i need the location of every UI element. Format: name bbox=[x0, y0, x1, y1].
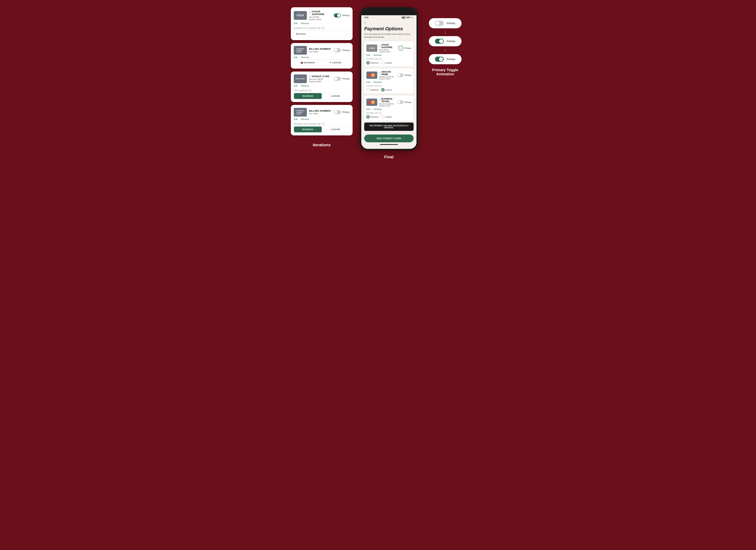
phone-home-indicator bbox=[380, 144, 398, 145]
leisure-radio-label-2: Leisure bbox=[385, 89, 392, 91]
card-thumbnail-visa: VISA bbox=[294, 11, 307, 20]
business-radio-circle-1 bbox=[366, 61, 370, 64]
business-radio-circle-2 bbox=[366, 88, 370, 91]
primary-toggle-p3[interactable] bbox=[397, 100, 403, 104]
phone-card-detail-2a: Mastercard (5678) bbox=[379, 76, 395, 78]
time-display: 9:41 bbox=[365, 16, 369, 19]
anim-primary-text-2: Primary bbox=[447, 40, 455, 43]
anim-step-2: Primary bbox=[429, 36, 462, 46]
phone-primary-row-3: Primary bbox=[397, 100, 411, 104]
card-detail-1a: Visa (5678) bbox=[309, 16, 332, 18]
anim-toggle-on[interactable] bbox=[435, 39, 444, 44]
edit-link-3[interactable]: Edit bbox=[294, 85, 298, 87]
select-field-1[interactable]: Business bbox=[294, 30, 350, 37]
leisure-radio-1[interactable]: Leisure bbox=[381, 61, 392, 64]
leisure-btn-3[interactable]: LEISURE bbox=[322, 93, 349, 99]
edit-remove-row-3: Edit | Remove bbox=[294, 85, 350, 87]
phone-edit-remove-1: Edit | Remove bbox=[366, 54, 411, 56]
discover-logo: DISCOVER bbox=[296, 78, 305, 80]
anim-arrow-1: ↓ bbox=[444, 28, 446, 36]
remove-link-3[interactable]: Remove bbox=[301, 85, 309, 87]
card-info-1: ✎ CHASE SAPPHIRE Visa (5678) Expires 04/… bbox=[309, 10, 332, 21]
business-radio-2[interactable]: Business bbox=[366, 88, 379, 91]
pencil-icon-p2: ✎ bbox=[379, 72, 381, 74]
card-thumbnail-discover: DISCOVER bbox=[294, 74, 307, 83]
iteration-card-4: BILLING NUMBER (•••• 3456) Primary Edit … bbox=[291, 105, 353, 135]
phone-remove-link-3[interactable]: Remove bbox=[374, 108, 382, 111]
iteration-card-1: VISA ✎ CHASE SAPPHIRE Visa (5678) Expire… bbox=[291, 7, 353, 40]
field-label-1: BUSINESS OR LEISURE USE* i bbox=[294, 27, 350, 29]
phone-card-detail-1b: Expires 04/24 bbox=[379, 51, 397, 53]
edit-link-2[interactable]: Edit bbox=[294, 56, 298, 59]
business-radio-label-2: Business bbox=[371, 89, 379, 91]
edit-link-1[interactable]: Edit bbox=[294, 22, 298, 25]
remove-link-4[interactable]: Remove bbox=[301, 118, 309, 121]
phone-card-info-1: ✎ CHASE SAPPHIRE Visa (5678) Expires 04/… bbox=[379, 44, 397, 53]
remove-link-1[interactable]: Remove bbox=[301, 22, 309, 25]
phone-card-detail-3b: Expires 07/28 bbox=[379, 105, 395, 107]
anim-primary-text-1: Primary bbox=[447, 22, 455, 25]
leisure-radio-3[interactable]: Leisure bbox=[381, 115, 392, 119]
leisure-btn-4[interactable]: LEISURE bbox=[322, 127, 349, 132]
phone-edit-link-1[interactable]: Edit bbox=[366, 54, 370, 56]
primary-toggle-p2[interactable] bbox=[397, 73, 403, 77]
business-btn-3[interactable]: BUSINESS bbox=[294, 93, 322, 99]
primary-toggle-2[interactable] bbox=[334, 48, 341, 52]
edit-link-4[interactable]: Edit bbox=[294, 118, 298, 121]
back-button[interactable]: ‹ bbox=[364, 19, 414, 26]
phone-card-header-2: ✎ AMAZON PRIME Mastercard (5678) Expires… bbox=[366, 71, 411, 80]
leisure-radio-circle-3 bbox=[381, 115, 385, 119]
status-bar: 9:41 ▌▌▌ WiFi 🔋 bbox=[361, 15, 416, 19]
card-name-1: CHASE SAPPHIRE bbox=[312, 10, 332, 16]
business-btn-2[interactable]: 💼 BUSINESS bbox=[294, 60, 322, 66]
info-icon-p3: i bbox=[379, 112, 382, 114]
toggle-buttons-row-4: BUSINESS LEISURE bbox=[294, 126, 350, 133]
card-thumbnail-generic-4 bbox=[294, 108, 307, 117]
card-line bbox=[296, 50, 302, 51]
business-radio-1[interactable]: Business bbox=[366, 61, 379, 64]
primary-toggle-1[interactable] bbox=[334, 13, 341, 17]
anim-toggle-off[interactable] bbox=[435, 21, 444, 26]
pipe-2: | bbox=[299, 56, 300, 59]
anim-check-circle: ✓ bbox=[439, 57, 443, 61]
primary-label-4: Primary bbox=[342, 111, 350, 113]
leisure-btn-2[interactable]: ✈ LEISURE bbox=[322, 60, 349, 66]
select-row-1: Business ⌄ bbox=[294, 30, 350, 37]
phone-content: ‹ Payment Options You can have up to 8 c… bbox=[361, 19, 416, 149]
leisure-radio-2[interactable]: Leisure bbox=[381, 88, 392, 91]
phone-card-name-2: AMAZON PRIME bbox=[381, 71, 395, 76]
primary-toggle-row-2: Primary bbox=[334, 48, 350, 52]
leisure-radio-label-3: Leisure bbox=[385, 116, 392, 118]
field-label-3: TRIP PURPOSE i bbox=[294, 89, 350, 92]
card-name-4: BILLING NUMBER bbox=[309, 109, 331, 112]
phone-remove-link-1[interactable]: Remove bbox=[374, 54, 382, 56]
business-radio-3[interactable]: Business bbox=[366, 115, 379, 119]
card-line bbox=[296, 52, 301, 52]
phone-card-info-2: ✎ AMAZON PRIME Mastercard (5678) Expires… bbox=[379, 71, 395, 80]
business-radio-label-1: Business bbox=[371, 62, 379, 64]
add-credit-card-button[interactable]: ADD CREDIT CARD bbox=[364, 135, 414, 142]
phone-card-thumb-visa: VISA bbox=[366, 44, 377, 52]
primary-toggle-3[interactable] bbox=[334, 77, 341, 81]
final-label: Final bbox=[384, 155, 393, 159]
page-subtitle: You can have up to 8 credit cards saved … bbox=[364, 33, 414, 39]
anim-toggle-check[interactable]: ✓ bbox=[435, 57, 444, 62]
pencil-icon: ✎ bbox=[309, 12, 311, 14]
toggle-buttons-row-3: BUSINESS LEISURE bbox=[294, 93, 350, 99]
phone-primary-row-1: ✓ Primary bbox=[398, 46, 411, 51]
phone-card-info-3: ✎ BUSINESS TRAVEL Mastercard (8678) Expi… bbox=[379, 98, 395, 107]
phone-radio-row-3: Business Leisure bbox=[366, 115, 411, 119]
phone-edit-link-2[interactable]: Edit bbox=[366, 81, 370, 83]
phone-remove-link-2[interactable]: Remove bbox=[374, 81, 382, 83]
card-name-2: BILLING NUMBER bbox=[309, 48, 331, 50]
business-radio-label-3: Business bbox=[371, 116, 379, 118]
anim-step-3: ✓ Primary bbox=[429, 54, 462, 64]
phone-edit-link-3[interactable]: Edit bbox=[366, 108, 370, 111]
phone-radio-row-2: Business Leisure bbox=[366, 88, 411, 91]
signal-icon: ▌▌▌ bbox=[402, 17, 406, 19]
business-btn-4[interactable]: BUSINESS bbox=[294, 127, 322, 132]
info-icon-1: i bbox=[322, 27, 325, 29]
phone-notch-bar bbox=[361, 9, 416, 15]
remove-link-2[interactable]: Remove bbox=[301, 56, 309, 59]
primary-toggle-4[interactable] bbox=[334, 110, 341, 114]
